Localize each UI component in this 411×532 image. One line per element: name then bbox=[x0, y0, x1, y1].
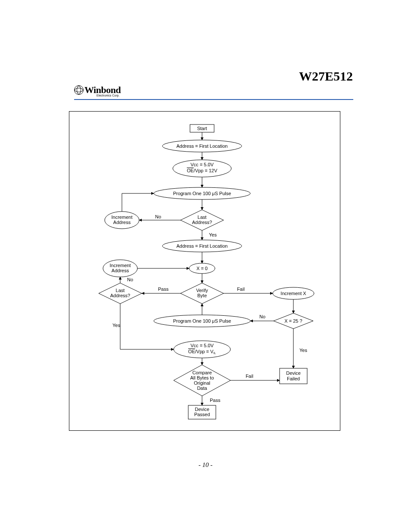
node-last-addr-1a: Last bbox=[198, 215, 207, 220]
page: W27E512 Winbond Electronics Corp. Start … bbox=[0, 0, 411, 532]
edge-yes-1: Yes bbox=[209, 232, 217, 237]
node-compare-d: Data bbox=[197, 386, 207, 391]
node-last-addr-2a: Last bbox=[116, 288, 125, 293]
node-incr-x: Increment X bbox=[280, 291, 306, 296]
node-vcc5-line2: OE/Vpp = 12V bbox=[187, 168, 218, 173]
flowchart-frame: Start Address = First Location Vcc = 5.0… bbox=[69, 111, 340, 431]
edge-no-3: No bbox=[259, 314, 265, 319]
node-last-addr-2b: Address? bbox=[110, 293, 130, 298]
node-x25: X = 25 ? bbox=[284, 318, 302, 324]
brand-name: Winbond bbox=[84, 85, 121, 95]
node-addr-first-1: Address = First Location bbox=[177, 143, 228, 149]
node-dev-failed-a: Device bbox=[286, 370, 301, 376]
edge-yes-2: Yes bbox=[112, 323, 120, 328]
node-compare-b: All Bytes to bbox=[190, 375, 214, 380]
node-vcc5-line1: Vcc = 5.0V bbox=[190, 162, 214, 167]
brand-logo: Winbond Electronics Corp. bbox=[74, 85, 121, 95]
node-last-addr-1b: Address? bbox=[192, 220, 212, 225]
edge-pass-1: Pass bbox=[158, 286, 169, 292]
node-dev-failed-b: Failed bbox=[287, 376, 300, 381]
edge-fail-2: Fail bbox=[246, 373, 253, 379]
node-prog-pulse-1: Program One 100 μS Pulse bbox=[173, 191, 231, 196]
brand-subtitle: Electronics Corp. bbox=[97, 94, 119, 97]
edge-yes-3: Yes bbox=[299, 348, 307, 353]
edge-no-2: No bbox=[127, 277, 133, 282]
edge-fail-1: Fail bbox=[237, 286, 245, 292]
edge-no-1: No bbox=[155, 214, 161, 219]
node-dev-passed-a: Device bbox=[195, 407, 209, 412]
node-vccvil-b: OE/Vpp = VIL bbox=[188, 349, 216, 355]
node-start: Start bbox=[197, 126, 207, 131]
page-number: - 10 - bbox=[0, 461, 411, 469]
node-incr-addr-2b: Address bbox=[112, 268, 129, 273]
node-prog-pulse-2: Program One 100 μS Pulse bbox=[173, 318, 231, 324]
node-compare-c: Original bbox=[194, 380, 210, 386]
node-dev-passed-b: Passed bbox=[194, 412, 210, 417]
globe-icon bbox=[74, 85, 84, 95]
edge-pass-2: Pass bbox=[210, 398, 221, 403]
node-incr-addr-1b: Address bbox=[113, 220, 131, 225]
node-verify-b: Byte bbox=[197, 293, 207, 298]
flowchart: Start Address = First Location Vcc = 5.0… bbox=[69, 112, 340, 430]
node-incr-addr-2a: Increment bbox=[110, 263, 131, 268]
header-divider bbox=[74, 99, 353, 100]
part-number: W27E512 bbox=[299, 69, 353, 84]
node-compare-a: Compare bbox=[192, 370, 212, 375]
node-addr-first-2: Address = First Location bbox=[177, 243, 228, 249]
node-incr-addr-1a: Increment bbox=[112, 215, 133, 220]
node-verify-a: Verify bbox=[196, 288, 208, 293]
node-vccvil-a: Vcc = 5.0V bbox=[190, 343, 214, 348]
node-x-zero: X = 0 bbox=[196, 266, 208, 271]
